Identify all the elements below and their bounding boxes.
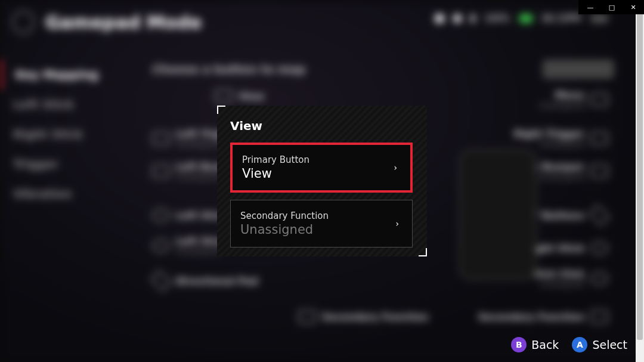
mapping-row-menu: MenuUnassigned xyxy=(539,89,608,110)
window-maximize-button[interactable]: □ xyxy=(601,0,623,14)
primary-button-label: Primary Button xyxy=(242,154,309,165)
menu-button-icon xyxy=(590,93,608,106)
sidebar-nav: Key Mapping Left Stick Right Stick Trigg… xyxy=(0,60,119,209)
main-heading: Choose a button to map xyxy=(152,63,305,76)
window-minimize-button[interactable]: — xyxy=(580,0,601,14)
sidebar-item-right-stick: Right Stick xyxy=(0,119,119,149)
bluetooth-icon xyxy=(471,14,475,23)
back-hint[interactable]: B Back xyxy=(511,337,559,352)
mapping-row-left-stick: Left Stick xyxy=(152,209,227,222)
battery-percent: 100% xyxy=(484,13,510,24)
mapping-row-view: View xyxy=(215,89,264,103)
sidebar-item-trigger: Trigger xyxy=(0,149,119,179)
back-label: Back xyxy=(531,338,559,351)
mapping-row-right-bumper: Right BumperUnassigned xyxy=(510,161,608,181)
b-button-icon: B xyxy=(511,337,527,352)
app-header: Gamepad Mode xyxy=(12,11,202,33)
m1-icon xyxy=(298,310,316,323)
left-bumper-icon xyxy=(152,165,170,178)
dialog-corner-icon xyxy=(217,106,225,114)
wifi-icon xyxy=(453,14,462,23)
clock-text: 06:10PM xyxy=(542,13,581,24)
secondary-function-option[interactable]: Secondary Function Unassigned › xyxy=(230,200,413,247)
m2-icon xyxy=(590,310,608,323)
status-bar: 100% 06:10PM xyxy=(435,13,608,24)
chevron-right-icon: › xyxy=(394,163,397,172)
primary-button-option[interactable]: Primary Button View › xyxy=(230,143,413,193)
mapping-row-right-stick: Right Stick xyxy=(525,242,608,255)
secondary-function-right: Secondary Function xyxy=(478,310,608,323)
page-title: Gamepad Mode xyxy=(45,12,202,33)
sidebar-item-key-mapping: Key Mapping xyxy=(0,60,119,89)
battery-icon xyxy=(519,14,532,23)
window-close-button[interactable]: ✕ xyxy=(623,0,644,14)
right-trigger-icon xyxy=(590,132,608,145)
secondary-function-value: Unassigned xyxy=(240,222,329,237)
scrollbar-thumb[interactable] xyxy=(637,12,643,340)
sidebar-item-left-stick: Left Stick xyxy=(0,89,119,119)
mapping-row-abxy: ABXY Buttons xyxy=(510,209,608,222)
select-hint[interactable]: A Select xyxy=(572,337,627,352)
select-label: Select xyxy=(592,338,627,351)
primary-button-value: View xyxy=(242,166,309,181)
sidebar-item-vibration: Vibration xyxy=(0,179,119,209)
right-stick-icon xyxy=(590,242,608,255)
controller-diagram xyxy=(459,149,537,280)
mapping-row-dpad: Directional Pad xyxy=(152,274,258,287)
avatar xyxy=(590,14,608,23)
window-titlebar: — □ ✕ xyxy=(578,0,644,14)
app-logo-icon xyxy=(12,11,35,33)
button-mapping-dialog: View Primary Button View › Secondary Fun… xyxy=(217,106,427,256)
secondary-function-left: Secondary Function xyxy=(298,310,428,323)
vertical-scrollbar[interactable] xyxy=(636,0,644,362)
dpad-icon xyxy=(150,270,172,292)
right-bumper-icon xyxy=(590,165,608,178)
view-button-icon xyxy=(215,89,233,103)
chevron-right-icon: › xyxy=(395,219,399,228)
dialog-title: View xyxy=(230,119,414,133)
reset-to-default-button xyxy=(543,60,614,79)
status-indicator-icon xyxy=(435,14,444,23)
abxy-icon xyxy=(589,205,611,227)
left-stick-click-icon xyxy=(152,239,170,252)
left-stick-icon xyxy=(152,209,170,222)
dialog-corner-icon xyxy=(419,248,427,256)
mapping-row-right-trigger: Right TriggerUnassigned xyxy=(514,128,608,148)
mapping-row-right-stick-click: Right Stick ClickUnassigned xyxy=(497,268,608,289)
gamepad-button-hints: B Back A Select xyxy=(511,337,627,352)
a-button-icon: A xyxy=(572,337,587,352)
left-trigger-icon xyxy=(152,132,170,145)
right-stick-click-icon xyxy=(590,272,608,285)
secondary-function-label: Secondary Function xyxy=(240,211,329,221)
